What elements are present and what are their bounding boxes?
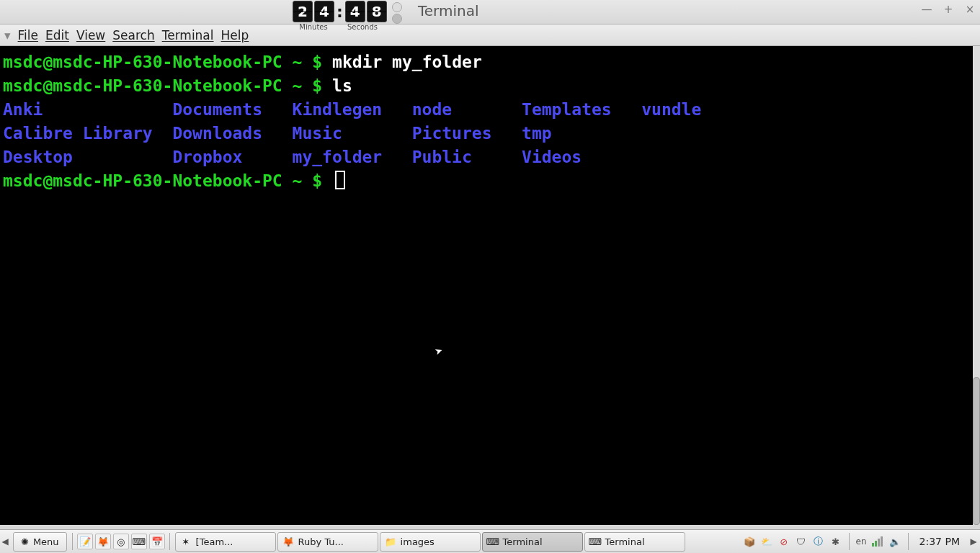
ls-row: Calibre Library Downloads Music Pictures… (3, 124, 552, 143)
task-label: [Team... (196, 536, 233, 547)
prompt-symbol: $ (312, 171, 322, 190)
window-titlebar: 2 4 : 4 8 Minutes Seconds Terminal — + × (0, 0, 980, 24)
svg-rect-3 (881, 536, 883, 547)
menubar-chevron-icon[interactable]: ▾ (4, 28, 11, 42)
clock[interactable]: 2:37 PM (919, 536, 960, 547)
task-button[interactable]: ⌨Terminal (584, 532, 685, 552)
task-button[interactable]: ✶[Team... (175, 532, 276, 552)
menu-search[interactable]: Search (112, 28, 154, 42)
ls-row: Anki Documents Kindlegen node Templates … (3, 100, 701, 119)
task-icon: ⌨ (487, 536, 499, 547)
dropbox-tray-icon[interactable]: 📦 (743, 535, 756, 548)
scrollbar-thumb[interactable] (973, 377, 980, 525)
quick-launch: 📝 🦊 ◎ ⌨ 📅 (77, 534, 165, 549)
task-icon: ✶ (180, 536, 192, 547)
prompt-symbol: $ (312, 76, 322, 95)
timer-minute-ones: 4 (314, 1, 334, 22)
task-label: images (401, 536, 435, 547)
mouse-pointer-icon: ➤ (432, 338, 447, 364)
minimize-button[interactable]: — (921, 4, 932, 16)
bluetooth-tray-icon[interactable]: ✱ (829, 535, 842, 548)
terminal-cursor (335, 171, 345, 189)
timer-colon: : (337, 3, 343, 21)
maximize-button[interactable]: + (943, 4, 954, 16)
network-tray-icon[interactable] (871, 535, 884, 548)
warning-tray-icon[interactable]: ⊘ (778, 535, 790, 548)
menu-view[interactable]: View (76, 28, 105, 42)
taskbar-divider (72, 533, 73, 550)
task-button[interactable]: ⌨Terminal (482, 532, 583, 552)
ql-firefox-icon[interactable]: 🦊 (95, 534, 111, 549)
task-button[interactable]: 📁images (380, 532, 481, 552)
timer-second-ones: 8 (367, 1, 387, 22)
close-button[interactable]: × (964, 4, 976, 16)
task-button[interactable]: 🦊Ruby Tu... (277, 532, 378, 552)
task-icon: 🦊 (282, 536, 294, 547)
ql-terminal-icon[interactable]: ⌨ (131, 534, 147, 549)
menu-help[interactable]: Help (221, 28, 249, 42)
prompt-symbol: $ (312, 53, 322, 71)
task-label: Ruby Tu... (298, 536, 344, 547)
menu-file[interactable]: File (18, 28, 38, 42)
timer-minute-tens: 2 (293, 1, 313, 22)
cmd-1: mkdir my_folder (332, 53, 482, 71)
timer-seconds-label: Seconds (341, 23, 384, 31)
timer-minutes-label: Minutes (292, 23, 335, 31)
task-items: ✶[Team...🦊Ruby Tu...📁images⌨Terminal⌨Ter… (175, 532, 685, 552)
menu-edit[interactable]: Edit (45, 28, 69, 42)
svg-rect-1 (875, 541, 877, 547)
prompt-userhost: msdc@msdc-HP-630-Notebook-PC (3, 53, 282, 71)
timer-button-b[interactable] (392, 14, 402, 24)
taskbar-divider (849, 533, 850, 550)
cmd-2: ls (332, 76, 352, 95)
menubar: ▾ File Edit View Search Terminal Help (0, 24, 980, 46)
gear-icon: ✺ (21, 536, 29, 547)
start-menu-label: Menu (33, 536, 59, 547)
terminal-viewport[interactable]: msdc@msdc-HP-630-Notebook-PC ~ $ mkdir m… (0, 46, 980, 525)
prompt-userhost: msdc@msdc-HP-630-Notebook-PC (3, 171, 282, 190)
ql-media-icon[interactable]: ◎ (113, 534, 129, 549)
prompt-path: ~ (293, 53, 303, 71)
keyboard-layout[interactable]: en (856, 535, 867, 548)
task-icon: 📁 (385, 536, 396, 547)
ql-notes-icon[interactable]: 📝 (77, 534, 93, 549)
update-tray-icon[interactable]: 🛡 (795, 535, 808, 548)
window-title: Terminal (418, 2, 479, 19)
svg-rect-0 (872, 543, 874, 547)
taskbar-divider (908, 533, 909, 550)
taskbar-divider (169, 533, 170, 550)
task-label: Terminal (503, 536, 543, 547)
menu-terminal[interactable]: Terminal (162, 28, 214, 42)
prompt-path: ~ (293, 76, 303, 95)
ql-calendar-icon[interactable]: 📅 (149, 534, 165, 549)
ls-row: Desktop Dropbox my_folder Public Videos (3, 148, 582, 166)
task-icon: ⌨ (589, 536, 601, 547)
task-label: Terminal (605, 536, 645, 547)
taskbar-scroll-right[interactable]: ▶ (968, 536, 979, 547)
system-tray: 📦 ⛅ ⊘ 🛡 ⓘ ✱ en 🔈 2:37 PM ▶ (743, 533, 980, 550)
taskbar: ◀ ✺ Menu 📝 🦊 ◎ ⌨ 📅 ✶[Team...🦊Ruby Tu...📁… (0, 529, 980, 553)
weather-tray-icon[interactable]: ⛅ (760, 535, 773, 548)
timer-button-a[interactable] (392, 2, 402, 12)
start-menu-button[interactable]: ✺ Menu (13, 532, 67, 552)
countdown-timer: 2 4 : 4 8 Minutes Seconds (292, 1, 402, 31)
prompt-path: ~ (293, 171, 303, 190)
info-tray-icon[interactable]: ⓘ (812, 535, 825, 548)
volume-tray-icon[interactable]: 🔈 (888, 535, 901, 548)
prompt-userhost: msdc@msdc-HP-630-Notebook-PC (3, 76, 282, 95)
timer-controls[interactable] (392, 2, 402, 24)
taskbar-scroll-left[interactable]: ◀ (0, 536, 10, 547)
timer-second-tens: 4 (345, 1, 365, 22)
svg-rect-2 (878, 539, 880, 547)
